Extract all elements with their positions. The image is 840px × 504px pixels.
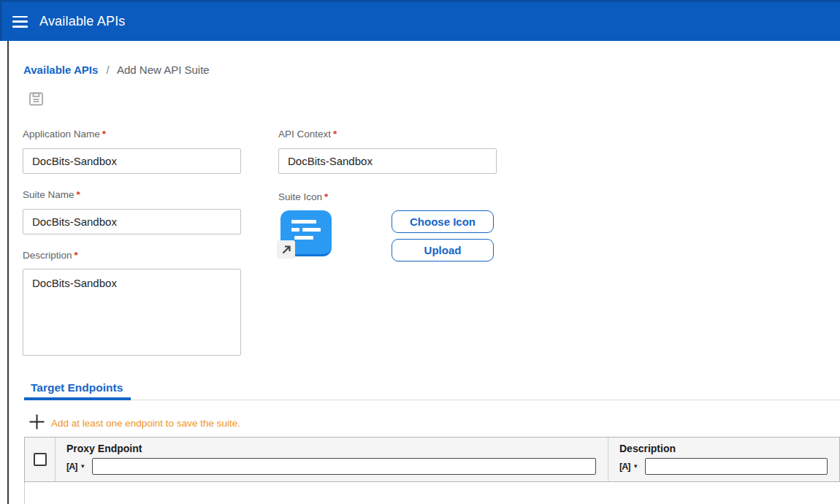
description-filter-operator-dropdown[interactable]: [A] ▼	[619, 462, 638, 472]
select-all-cell	[25, 438, 56, 481]
required-asterisk: *	[333, 129, 337, 140]
suite-icon-label: Suite Icon*	[278, 191, 328, 202]
tab-active-indicator	[24, 397, 131, 400]
left-edge-divider	[7, 41, 9, 504]
select-all-checkbox[interactable]	[34, 453, 47, 466]
description-label: Description*	[23, 250, 78, 261]
application-name-input[interactable]	[23, 148, 241, 174]
required-asterisk: *	[75, 250, 78, 261]
tab-divider	[24, 400, 840, 400]
filter-operator-icon: [A]	[619, 462, 630, 472]
add-endpoint-button[interactable]	[28, 413, 45, 431]
proxy-endpoint-filter-input[interactable]	[92, 458, 596, 475]
application-name-label: Application Name*	[23, 129, 106, 140]
required-asterisk: *	[102, 129, 106, 140]
hamburger-menu-icon[interactable]	[12, 15, 30, 28]
arrow-up-right-icon	[277, 240, 295, 259]
endpoint-warning-text: Add at least one endpoint to save the su…	[51, 418, 240, 429]
tab-target-endpoints[interactable]: Target Endpoints	[31, 381, 123, 394]
description-filter-input[interactable]	[645, 458, 828, 475]
caret-down-icon: ▼	[80, 463, 85, 470]
breadcrumb-available-apis-link[interactable]: Available APIs	[23, 64, 98, 76]
save-icon	[28, 91, 44, 107]
breadcrumb: Available APIs / Add New API Suite	[23, 64, 210, 76]
plus-icon	[28, 413, 45, 430]
choose-icon-button[interactable]: Choose Icon	[392, 210, 494, 233]
proxy-endpoint-column-header: Proxy Endpoint	[66, 443, 596, 454]
api-context-input[interactable]	[278, 148, 497, 174]
breadcrumb-separator: /	[106, 64, 109, 76]
suite-name-input[interactable]	[23, 209, 241, 234]
table-body-left-edge	[24, 482, 25, 504]
description-textarea[interactable]: DocBits-Sandbox	[23, 269, 241, 356]
endpoints-table-header: Proxy Endpoint [A] ▼ Description [A] ▼	[24, 437, 840, 482]
description-column-header: Description	[619, 443, 828, 454]
caret-down-icon: ▼	[633, 463, 638, 470]
save-button[interactable]	[28, 91, 44, 107]
proxy-endpoint-column: Proxy Endpoint [A] ▼	[56, 438, 608, 481]
suite-name-label: Suite Name*	[23, 189, 80, 200]
proxy-filter-operator-dropdown[interactable]: [A] ▼	[66, 462, 85, 472]
app-title: Available APIs	[39, 14, 126, 29]
app-header: Available APIs	[0, 0, 840, 41]
required-asterisk: *	[77, 189, 80, 200]
upload-button[interactable]: Upload	[392, 239, 494, 261]
suite-icon-preview	[280, 210, 332, 256]
required-asterisk: *	[324, 191, 328, 202]
filter-operator-icon: [A]	[66, 462, 77, 472]
api-context-label: API Context*	[278, 129, 337, 140]
breadcrumb-current-page: Add New API Suite	[117, 64, 210, 76]
description-column: Description [A] ▼	[608, 438, 839, 481]
